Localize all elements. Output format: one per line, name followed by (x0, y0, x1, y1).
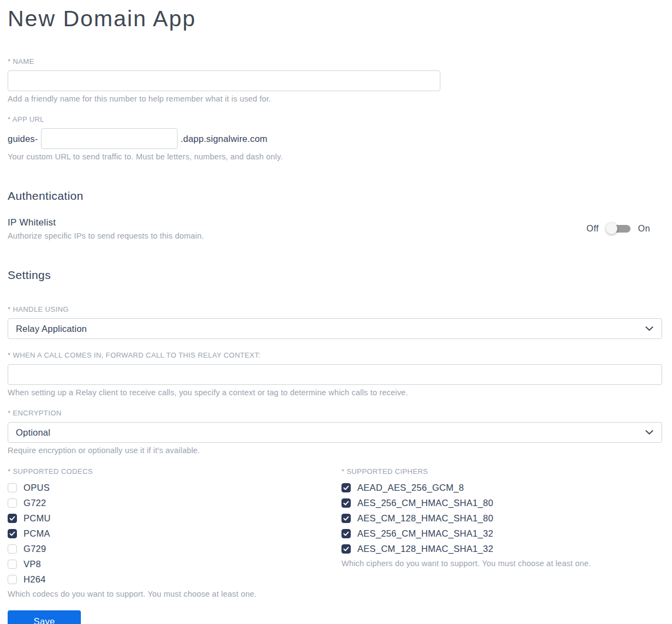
toggle-knob[interactable] (606, 223, 617, 234)
name-input[interactable] (8, 70, 440, 91)
codec-option-pcma[interactable]: PCMA (8, 528, 341, 539)
supported-ciphers-group: * SUPPORTED CIPHERS AEAD_AES_256_GCM_8 A… (341, 467, 662, 598)
encryption-label: * ENCRYPTION (8, 409, 662, 417)
handle-using-select[interactable]: Relay Application (8, 318, 662, 339)
app-url-prefix: guides- (8, 134, 38, 144)
app-url-input[interactable] (41, 128, 178, 149)
handle-using-value: Relay Application (16, 324, 87, 334)
app-url-field-group: * APP URL guides- .dapp.signalwire.com Y… (8, 115, 662, 161)
codec-option-label: G722 (23, 498, 46, 508)
handle-using-label: * HANDLE USING (8, 305, 662, 313)
app-url-field-label: * APP URL (8, 115, 662, 123)
app-url-suffix: .dapp.signalwire.com (181, 134, 268, 144)
name-field-help: Add a friendly name for this number to h… (8, 94, 662, 103)
handle-using-group: * HANDLE USING Relay Application (8, 305, 662, 339)
checkbox-icon[interactable] (341, 483, 351, 492)
ip-whitelist-help: Authorize specific IPs to send requests … (8, 231, 204, 240)
checkbox-icon[interactable] (341, 514, 351, 523)
cipher-option-label: AES_CM_128_HMAC_SHA1_32 (357, 544, 493, 554)
codecs-ciphers-columns: * SUPPORTED CODECS OPUS G722 PCMU PCMA G… (8, 467, 662, 598)
supported-codecs-help: Which codecs do you want to support. You… (8, 590, 341, 598)
codec-option-vp8[interactable]: VP8 (8, 559, 341, 569)
codec-option-g722[interactable]: G722 (8, 498, 341, 508)
ip-whitelist-label: IP Whitelist (8, 217, 204, 228)
codec-option-label: H264 (23, 574, 46, 585)
supported-codecs-label: * SUPPORTED CODECS (8, 467, 341, 476)
checkbox-icon[interactable] (8, 560, 17, 569)
checkbox-icon[interactable] (341, 529, 351, 538)
new-domain-app-page: New Domain App * NAME Add a friendly nam… (0, 0, 672, 624)
codec-option-opus[interactable]: OPUS (8, 483, 341, 493)
codec-option-label: PCMA (23, 528, 50, 539)
ip-whitelist-toggle[interactable] (606, 223, 631, 235)
authentication-heading: Authentication (8, 189, 662, 203)
cipher-option-label: AEAD_AES_256_GCM_8 (357, 483, 464, 493)
codec-option-label: PCMU (23, 513, 51, 524)
cipher-option-aes-cm-128-hmac-sha1-32[interactable]: AES_CM_128_HMAC_SHA1_32 (341, 544, 662, 554)
checkbox-icon[interactable] (8, 483, 17, 492)
ip-whitelist-toggle-group: Off On (587, 223, 650, 235)
encryption-value: Optional (16, 427, 50, 438)
relay-context-help: When setting up a Relay client to receiv… (8, 388, 662, 397)
checkbox-icon[interactable] (341, 498, 351, 508)
cipher-option-label: AES_256_CM_HMAC_SHA1_32 (357, 528, 493, 539)
relay-context-label: * WHEN A CALL COMES IN, FORWARD CALL TO … (8, 351, 662, 359)
relay-context-group: * WHEN A CALL COMES IN, FORWARD CALL TO … (8, 351, 662, 397)
codec-option-label: OPUS (23, 483, 50, 493)
cipher-option-aes-256-cm-hmac-sha1-32[interactable]: AES_256_CM_HMAC_SHA1_32 (341, 528, 662, 539)
chevron-down-icon (645, 430, 653, 435)
supported-ciphers-label: * SUPPORTED CIPHERS (341, 467, 662, 476)
checkbox-icon[interactable] (341, 544, 351, 554)
page-title: New Domain App (8, 5, 662, 32)
save-button[interactable]: Save (8, 610, 81, 624)
relay-context-input[interactable] (8, 364, 662, 385)
toggle-off-label: Off (587, 224, 599, 234)
app-url-row: guides- .dapp.signalwire.com (8, 128, 662, 149)
cipher-option-aes-cm-128-hmac-sha1-80[interactable]: AES_CM_128_HMAC_SHA1_80 (341, 513, 662, 524)
supported-ciphers-help: Which ciphers do you want to support. Yo… (341, 559, 662, 568)
checkbox-icon[interactable] (8, 498, 17, 508)
codec-option-label: G729 (23, 544, 46, 554)
cipher-option-aead-aes-256-gcm-8[interactable]: AEAD_AES_256_GCM_8 (341, 483, 662, 493)
name-field-group: * NAME Add a friendly name for this numb… (8, 57, 662, 103)
ip-whitelist-text: IP Whitelist Authorize specific IPs to s… (8, 217, 204, 240)
checkbox-icon[interactable] (8, 514, 17, 523)
checkbox-icon[interactable] (8, 575, 17, 584)
encryption-help: Require encryption or optionally use it … (8, 446, 662, 455)
cipher-option-aes-256-cm-hmac-sha1-80[interactable]: AES_256_CM_HMAC_SHA1_80 (341, 498, 662, 508)
name-field-label: * NAME (8, 57, 662, 66)
checkbox-icon[interactable] (8, 544, 17, 554)
app-url-help: Your custom URL to send traffic to. Must… (8, 152, 662, 161)
codec-option-h264[interactable]: H264 (8, 574, 341, 585)
ip-whitelist-row: IP Whitelist Authorize specific IPs to s… (8, 217, 662, 240)
codec-option-pcmu[interactable]: PCMU (8, 513, 341, 524)
supported-codecs-group: * SUPPORTED CODECS OPUS G722 PCMU PCMA G… (8, 467, 341, 598)
codec-option-label: VP8 (23, 559, 41, 569)
encryption-group: * ENCRYPTION Optional Require encryption… (8, 409, 662, 455)
settings-heading: Settings (8, 269, 662, 282)
cipher-option-label: AES_CM_128_HMAC_SHA1_80 (357, 513, 493, 524)
codec-option-g729[interactable]: G729 (8, 544, 341, 554)
checkbox-icon[interactable] (8, 529, 17, 538)
cipher-option-label: AES_256_CM_HMAC_SHA1_80 (357, 498, 493, 508)
chevron-down-icon (645, 326, 653, 331)
encryption-select[interactable]: Optional (8, 422, 662, 443)
toggle-on-label: On (638, 224, 650, 234)
